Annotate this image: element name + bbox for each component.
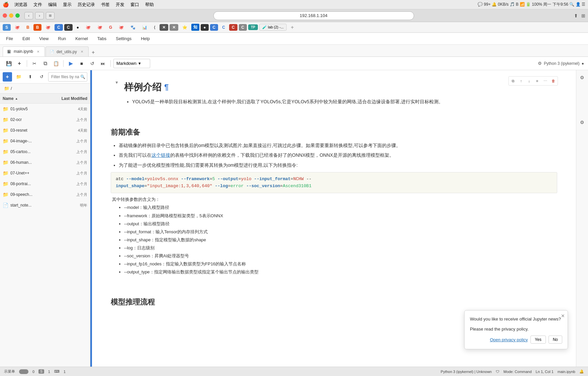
gear-btn-bottom[interactable]: ⚙ <box>578 118 587 127</box>
list-item[interactable]: 📁 06-human... 上个月 <box>0 157 90 168</box>
close-button[interactable] <box>3 13 7 18</box>
jupyter-menu-kernel[interactable]: Kernel <box>73 35 90 42</box>
bookmark-b1[interactable]: B <box>24 24 32 31</box>
copy-button[interactable]: ⧉ <box>40 59 50 68</box>
upload-button[interactable]: ⬆ <box>25 72 35 82</box>
jupyter-menu-run[interactable]: Run <box>56 35 68 42</box>
this-link[interactable]: 这个链接 <box>152 152 170 158</box>
open-folder-button[interactable]: 📁 <box>14 72 23 82</box>
bookmark-dot[interactable]: ● <box>74 24 82 31</box>
add-cell-button[interactable]: + <box>15 59 24 68</box>
tab-det-utils[interactable]: 📄 det_utils.py ✕ <box>45 46 89 56</box>
bookmark-paw[interactable]: 🐾 <box>128 24 138 31</box>
bookmark-c2[interactable]: C <box>64 24 73 31</box>
bookmark-zhi[interactable]: 知 <box>191 24 199 31</box>
show-menu-label[interactable]: 示菜单 <box>4 369 15 374</box>
bookmark-tp[interactable]: TP <box>248 24 258 30</box>
menu-window[interactable]: 窗口 <box>128 1 142 8</box>
address-bar[interactable]: 192.168.1.104 <box>213 11 414 20</box>
notification-icon[interactable]: 🔔 <box>579 369 584 374</box>
jupyter-menu-tabs[interactable]: Tabs <box>95 35 108 42</box>
tab-det-close[interactable]: ✕ <box>80 49 84 54</box>
refresh-button[interactable]: ↺ <box>37 72 46 82</box>
bookmark-c3[interactable]: C <box>210 24 218 31</box>
gear-btn-top[interactable]: ⚙ <box>578 73 587 82</box>
menu-bookmarks[interactable]: 书签 <box>98 1 112 8</box>
list-item[interactable]: 📁 02-ocr 上个月 <box>0 114 90 125</box>
cell-2-content[interactable]: 前期准备 基础镜像的样例目录中已包含转换后的om模型以及测试图片,如果直接运行,… <box>111 119 557 281</box>
bookmark-chart[interactable]: 📊 <box>139 24 150 31</box>
bookmark-c4[interactable]: C <box>219 24 228 31</box>
bookmark-github4[interactable]: 🐙 <box>95 24 105 31</box>
restart-button[interactable]: ↺ <box>88 59 97 68</box>
new-window-icon[interactable]: ⊞ <box>581 13 585 18</box>
privacy-policy-link[interactable]: Open privacy policy <box>490 337 528 342</box>
list-item[interactable]: 📁 04-image-... 上个月 <box>0 136 90 146</box>
col-name[interactable]: Name ▲ <box>3 96 61 101</box>
bookmark-x1[interactable]: ✕ <box>160 24 168 31</box>
bookmark-add[interactable]: + <box>288 23 296 31</box>
apple-menu[interactable]: 🍎 <box>3 2 9 8</box>
sub-nested: --model：输入模型路径 --framework：原始网络模型框架类型，5表… <box>117 204 557 276</box>
stop-button[interactable]: ■ <box>77 59 86 68</box>
bookmark-s[interactable]: S <box>3 24 11 31</box>
bookmark-lab[interactable]: 🧪 lab (2) -... <box>259 24 287 31</box>
file-name-text: 01-yolov5 <box>10 107 28 111</box>
bookmark-github5[interactable]: 🐙 <box>116 24 126 31</box>
col-date[interactable]: Last Modified <box>61 96 87 101</box>
paste-button[interactable]: 📋 <box>51 59 61 68</box>
privacy-yes-button[interactable]: Yes <box>530 336 546 344</box>
menu-history[interactable]: 历史记录 <box>75 1 98 8</box>
jupyter-menu-view[interactable]: View <box>37 35 51 42</box>
menu-edit[interactable]: 编辑 <box>45 1 60 8</box>
cell-toggle-1[interactable]: ▼ <box>115 80 120 86</box>
list-item[interactable]: 📁 01-yolov5 4天前 <box>0 104 90 114</box>
bookmark-x2[interactable]: ✕ <box>170 24 178 31</box>
tab-main-ipynb[interactable]: 📓 main.ipynb ✕ <box>3 46 45 56</box>
bookmark-circle[interactable]: ● <box>201 24 208 31</box>
cell-type-dropdown[interactable]: Markdown ▾ <box>113 59 150 68</box>
bookmark-github2[interactable]: 🐙 <box>43 24 53 31</box>
run-button[interactable]: ▶ <box>66 59 76 68</box>
bookmark-github3[interactable]: 🐙 <box>83 24 93 31</box>
privacy-no-button[interactable]: No <box>549 336 562 344</box>
cell-1-content[interactable]: 样例介绍 ¶ YOLOv5是一种单阶段目标检测算法,在这个样例中,我们选取了YO… <box>124 78 557 111</box>
jupyter-menu-settings[interactable]: Settings <box>114 35 133 42</box>
list-item[interactable]: 📁 05-cartoo... 上个月 <box>0 146 90 157</box>
share-icon[interactable]: ⬆ <box>574 13 578 18</box>
list-item[interactable]: 📄 start_note... 明年 <box>0 200 90 211</box>
menu-file[interactable]: 文件 <box>31 1 45 8</box>
privacy-close-button[interactable]: ✕ <box>561 313 565 319</box>
list-item[interactable]: 📁 07-Unet++ 上个月 <box>0 168 90 178</box>
toggle-icon[interactable] <box>19 369 28 374</box>
save-button[interactable]: 💾 <box>4 59 13 68</box>
minimize-button[interactable] <box>9 13 13 18</box>
list-item[interactable]: 📁 09-speech... 上个月 <box>0 189 90 200</box>
new-tab-button[interactable]: + <box>89 48 97 56</box>
jupyter-menu-edit[interactable]: Edit <box>20 35 32 42</box>
menu-browser[interactable]: 浏览器 <box>12 1 30 8</box>
bookmark-c5[interactable]: C <box>229 24 237 31</box>
list-item[interactable]: 📁 03-resnet 4天前 <box>0 125 90 136</box>
restart-run-button[interactable]: ⏭ <box>98 59 108 68</box>
bookmark-c1[interactable]: C <box>55 24 63 31</box>
back-button[interactable]: ‹ <box>24 12 33 19</box>
forward-button[interactable]: › <box>35 12 44 19</box>
bookmark-github1[interactable]: 🐙 <box>12 24 22 31</box>
fullscreen-button[interactable] <box>15 13 20 18</box>
bookmark-star[interactable]: ⭐ <box>180 24 190 31</box>
new-notebook-button[interactable]: + <box>3 72 12 82</box>
bookmark-collapse[interactable]: ⟨ <box>151 24 158 31</box>
bookmark-b2[interactable]: B <box>33 24 42 31</box>
list-item[interactable]: 📁 08-portrai... 上个月 <box>0 178 90 189</box>
tab-main-close[interactable]: ✕ <box>36 49 40 54</box>
menu-dev[interactable]: 开发 <box>113 1 127 8</box>
cut-button[interactable]: ✂ <box>30 59 39 68</box>
bookmark-c6[interactable]: C <box>239 24 247 31</box>
menu-view[interactable]: 显示 <box>60 1 74 8</box>
new-tab-square[interactable]: ⊞ <box>46 12 55 19</box>
menu-help[interactable]: 帮助 <box>142 1 157 8</box>
jupyter-menu-file[interactable]: File <box>4 35 15 42</box>
bookmark-g[interactable]: G <box>106 24 115 31</box>
jupyter-menu-help[interactable]: Help <box>139 35 152 42</box>
